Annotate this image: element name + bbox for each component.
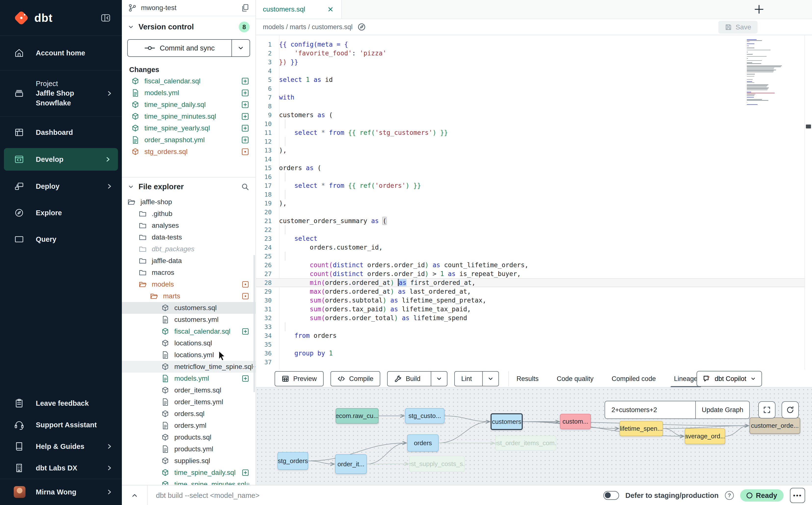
code-line[interactable]: 26 count(distinct orders.order_id) as co… — [256, 261, 805, 270]
build-options-chevron[interactable] — [431, 372, 447, 386]
commit-and-sync-button[interactable]: Commit and sync — [127, 39, 250, 57]
file-row[interactable]: jaffle-data — [122, 255, 256, 267]
lineage-node-lifetime[interactable]: lifetime_spen... — [620, 421, 663, 436]
lineage-node-test_supply[interactable]: test_supply_costs_s... — [409, 456, 465, 472]
stage-file-icon[interactable] — [241, 124, 250, 133]
lineage-node-average[interactable]: average_ord... — [685, 428, 725, 444]
lineage-search[interactable]: 2+customers+2 Update Graph — [605, 401, 750, 419]
sidebar-item-account-home[interactable]: Account home — [0, 36, 122, 70]
code-line[interactable]: 1{{ config(meta = { — [256, 40, 805, 49]
file-row[interactable]: locations.sql — [122, 337, 256, 349]
code-line[interactable]: 9customers as ( — [256, 111, 805, 119]
change-row[interactable]: time_spine_minutes.sql — [122, 111, 256, 122]
version-control-header[interactable]: Version control 8 — [122, 16, 256, 38]
compile-button[interactable]: Compile — [330, 371, 380, 386]
file-row[interactable]: orders.yml — [122, 420, 256, 432]
lineage-node-ecom[interactable]: ecom.raw_cu... — [336, 408, 378, 424]
sidebar-item-explore[interactable]: Explore — [0, 199, 122, 226]
stage-file-icon[interactable] — [241, 89, 250, 97]
fullscreen-button[interactable] — [758, 401, 776, 418]
code-line[interactable]: 34 from orders — [256, 331, 805, 340]
lineage-node-customers[interactable]: customers — [491, 413, 523, 430]
lineage-node-orders[interactable]: orders — [407, 435, 439, 452]
command-input[interactable]: dbt build --select <model_name> — [156, 492, 260, 500]
code-editor[interactable]: 1{{ config(meta = {2 'favorite_food': 'p… — [256, 35, 812, 369]
code-line[interactable]: 25 — [256, 252, 805, 261]
code-line[interactable]: 22 — [256, 225, 805, 234]
code-line[interactable]: 20 — [256, 208, 805, 216]
code-line[interactable]: 8 — [256, 102, 805, 111]
file-row[interactable]: fiscal_calendar.sql — [122, 326, 256, 337]
file-row[interactable]: locations.yml — [122, 349, 256, 361]
file-row[interactable]: marts — [122, 290, 256, 302]
stage-file-icon[interactable] — [241, 136, 250, 144]
lineage-compass-icon[interactable] — [357, 22, 366, 32]
code-line[interactable]: 3}) }} — [256, 57, 805, 66]
stage-file-icon[interactable] — [246, 480, 250, 485]
stage-file-icon[interactable] — [241, 112, 250, 121]
tab-results[interactable]: Results — [517, 369, 539, 388]
collapse-panel-button[interactable] — [122, 485, 148, 505]
tab-lineage[interactable]: Lineage — [674, 369, 697, 388]
editor-minimap[interactable] — [747, 39, 785, 107]
file-row[interactable]: supplies.sql — [122, 455, 256, 467]
code-line[interactable]: 27 count(distinct orders.order_id) > 1 a… — [256, 270, 805, 278]
file-row[interactable]: .github — [122, 208, 256, 220]
change-row[interactable]: fiscal_calendar.sql — [122, 75, 256, 87]
file-row[interactable]: customers.sql — [122, 302, 256, 314]
file-row[interactable]: models — [122, 279, 256, 290]
code-line[interactable]: 5select 1 as id — [256, 75, 805, 84]
code-line[interactable]: 29 max(orders.ordered_at) as last_ordere… — [256, 287, 805, 296]
change-row[interactable]: order_snapshot.yml — [122, 134, 256, 146]
sidebar-item-deploy[interactable]: Deploy — [0, 173, 122, 199]
code-line[interactable]: 28 min(orders.ordered_at) as first_order… — [256, 278, 805, 287]
sidebar-item-develop[interactable]: Develop — [4, 148, 118, 171]
close-icon[interactable] — [327, 6, 334, 13]
stage-file-icon[interactable] — [241, 327, 250, 336]
file-row[interactable]: macros — [122, 267, 256, 279]
code-line[interactable]: 33 — [256, 322, 805, 331]
code-line[interactable]: 2 'favorite_food': 'pizza' — [256, 49, 805, 57]
lint-button[interactable]: Lint — [454, 371, 499, 386]
file-row[interactable]: models.yml — [122, 373, 256, 384]
code-line[interactable]: 24 orders.customer_id, — [256, 243, 805, 252]
more-options-button[interactable]: ••• — [790, 488, 805, 503]
help-icon[interactable]: ? — [725, 491, 734, 500]
file-row[interactable]: metricflow_time_spine.sql••• — [122, 361, 256, 373]
lint-options-chevron[interactable] — [482, 372, 498, 386]
code-line[interactable]: 17 select * from {{ ref('orders') }} — [256, 181, 805, 190]
sidebar-item-dbt-labs-dx[interactable]: dbt Labs DX — [0, 457, 122, 479]
file-row[interactable]: customers.yml — [122, 314, 256, 326]
sidebar-user-menu[interactable]: Mirna Wong — [0, 479, 122, 505]
sidebar-item-project[interactable]: Project Jaffle Shop Snowflake — [0, 70, 122, 117]
preview-button[interactable]: Preview — [275, 371, 324, 386]
code-line[interactable]: 16 — [256, 172, 805, 181]
change-row[interactable]: models.yml — [122, 87, 256, 99]
update-graph-button[interactable]: Update Graph — [695, 401, 749, 418]
lineage-search-input[interactable]: 2+customers+2 — [605, 406, 695, 414]
file-row[interactable]: time_spine_daily.sql — [122, 467, 256, 479]
stage-file-icon[interactable] — [241, 147, 250, 156]
refresh-button[interactable] — [782, 401, 799, 418]
code-line[interactable]: 35 — [256, 340, 805, 349]
code-line[interactable]: 14 — [256, 155, 805, 164]
file-row[interactable]: products.sql — [122, 432, 256, 443]
lineage-node-customer_orde[interactable]: customer_orde... — [750, 417, 800, 434]
code-line[interactable]: 19), — [256, 199, 805, 208]
code-line[interactable]: 30 sum(orders.subtotal) as lifetime_spen… — [256, 296, 805, 305]
file-explorer-header[interactable]: File explorer — [122, 177, 256, 196]
code-line[interactable]: 18 — [256, 190, 805, 199]
file-row[interactable]: time_spine_minutes.sql — [122, 479, 256, 485]
lineage-node-stg_orders[interactable]: stg_orders — [278, 452, 308, 470]
tab-customers-sql[interactable]: customers.sql — [256, 0, 342, 19]
file-row[interactable]: data-tests — [122, 231, 256, 243]
sidebar-item-help-guides[interactable]: Help & Guides — [0, 436, 122, 457]
editor-scrollbar[interactable] — [804, 35, 812, 369]
defer-toggle[interactable] — [603, 491, 619, 500]
branch-name[interactable]: mwong-test — [141, 4, 176, 12]
stage-file-icon[interactable] — [241, 469, 250, 477]
status-badge[interactable]: Ready — [740, 489, 784, 502]
code-line[interactable]: 21customer_orders_summary as ( — [256, 216, 805, 225]
build-button[interactable]: Build — [387, 371, 448, 386]
lineage-node-order_it[interactable]: order_it... — [335, 454, 367, 474]
